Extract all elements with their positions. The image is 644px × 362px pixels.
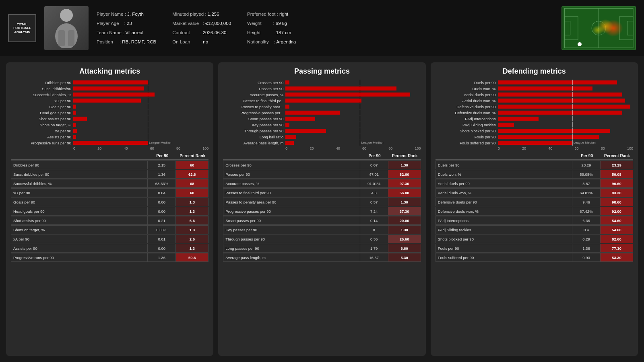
bar-row: xA per 90 <box>11 128 208 134</box>
median-line <box>360 140 360 146</box>
td-rank: 1.30 <box>388 161 421 169</box>
bar-area <box>73 86 208 90</box>
bar-row: Aerial duels per 90 <box>436 92 633 97</box>
td-per90: 6.36 <box>572 216 601 224</box>
axis-tick: 0 <box>285 146 287 150</box>
td-rank: 1.3 <box>176 226 208 234</box>
td-metric: Head goals per 90 <box>11 207 148 215</box>
table-row: Dribbles per 90 2.15 60 <box>11 160 208 169</box>
bar-label: Succ. dribbles/90 <box>11 86 73 91</box>
svg-point-0 <box>60 9 73 22</box>
axis-labels: 020406080100 <box>285 146 421 150</box>
td-metric: Defensive duels per 90 <box>436 198 572 206</box>
bar-row: PAdj Interceptions <box>436 116 633 121</box>
median-line <box>360 128 360 134</box>
bar-area <box>285 117 421 121</box>
axis-labels: 020406080100 <box>498 146 633 150</box>
td-rank: 1.3 <box>176 244 208 252</box>
median-line <box>572 122 573 128</box>
bar-fill <box>498 141 572 145</box>
td-metric: Dribbles per 90 <box>11 161 148 169</box>
bar-label: Dribbles per 90 <box>11 80 73 85</box>
bar-label: Crosses per 90 <box>223 80 285 85</box>
td-rank: 98.60 <box>601 198 633 206</box>
median-line <box>572 92 573 97</box>
axis-tick: 0 <box>498 146 500 150</box>
median-line <box>360 92 360 97</box>
td-metric: Progressive passes per 90 <box>223 207 360 215</box>
bar-label: xG per 90 <box>11 99 73 103</box>
bar-label: PAdj Sliding tackles <box>436 123 498 127</box>
bar-area <box>285 99 421 103</box>
median-line <box>360 98 360 103</box>
td-rank: 26.60 <box>388 235 421 243</box>
axis-tick: 80 <box>388 146 392 150</box>
bar-fill <box>498 135 599 139</box>
median-line <box>148 86 148 91</box>
median-line <box>360 122 360 128</box>
td-rank: 53.30 <box>601 253 633 261</box>
td-metric: Long passes per 90 <box>223 244 360 252</box>
bar-fill <box>498 93 622 97</box>
td-per90: 64.81% <box>572 189 601 197</box>
attacking-table: Per 90 Percent Rank Dribbles per 90 2.15… <box>11 154 208 351</box>
bar-label: Through passes per 90 <box>223 129 285 133</box>
td-rank: 60 <box>176 189 208 197</box>
axis-row: 020406080100 <box>223 146 421 150</box>
axis-tick: 100 <box>627 146 633 150</box>
bar-fill <box>285 135 296 139</box>
table-row: Shot assists per 90 0.21 6.6 <box>11 216 208 225</box>
bar-fill <box>73 80 148 84</box>
axis-tick: 40 <box>548 146 552 150</box>
bar-row: Defensive duels per 90 <box>436 104 633 109</box>
td-metric: Aerial duels won, % <box>436 189 572 197</box>
table-row: Assists per 90 0.00 1.3 <box>11 244 208 253</box>
attacking-th-per90: Per 90 <box>148 154 176 158</box>
td-per90: 0.57 <box>360 198 388 206</box>
table-row: Head goals per 90 0.00 1.3 <box>11 207 208 216</box>
attacking-title: Attacking metrics <box>11 67 208 76</box>
bar-fill <box>285 123 289 127</box>
table-row: PAdj Sliding tackles 0.4 54.60 <box>436 225 633 234</box>
bar-row: PAdj Sliding tackles <box>436 122 633 128</box>
td-metric: Shots blocked per 90 <box>436 235 572 243</box>
td-rank: 1.3 <box>176 207 208 215</box>
axis-tick: 20 <box>310 146 314 150</box>
bar-row: Smart passes per 90 <box>223 116 421 121</box>
bar-row: Long ball ratio <box>223 134 421 140</box>
axis-tick: 60 <box>574 146 578 150</box>
minutes-played: 1,256 <box>208 12 219 16</box>
table-row: Fouls per 90 1.36 77.30 <box>436 244 633 253</box>
passing-th-metric <box>223 154 360 158</box>
td-per90: 1.36 <box>572 244 601 252</box>
td-rank: 20.00 <box>388 216 421 224</box>
td-per90: 16.57 <box>360 253 388 261</box>
td-metric: Assists per 90 <box>11 244 148 252</box>
bar-area <box>73 123 208 127</box>
logo: TOTAL FOOTBALL ANALYSIS <box>8 14 36 42</box>
td-rank: 62.6 <box>176 170 208 178</box>
median-line <box>572 128 573 134</box>
td-per90: 0.07 <box>360 161 388 169</box>
median-line <box>360 86 360 91</box>
td-metric: Fouls suffered per 90 <box>436 253 572 261</box>
passing-table-header: Per 90 Percent Rank <box>223 154 421 160</box>
bar-fill <box>498 86 592 90</box>
bar-fill <box>498 99 625 103</box>
passing-panel: Passing metrics Crosses per 90 Passes pe… <box>218 62 425 356</box>
defending-table: Per 90 Percent Rank Duels per 90 23.29 2… <box>436 154 633 351</box>
axis-tick: 60 <box>150 146 154 150</box>
bar-area <box>73 117 208 121</box>
bar-row: Defensive duels won, % <box>436 110 633 115</box>
bar-label: Shots blocked per 90 <box>436 129 498 133</box>
bar-row: Aerial duels won, % <box>436 98 633 103</box>
player-age-row: Player Age : 23 <box>97 19 156 28</box>
bar-fill <box>498 111 622 115</box>
bar-area <box>285 111 421 115</box>
nationality: Argentina <box>276 39 296 44</box>
bar-label: Defensive duels won, % <box>436 111 498 115</box>
defending-table-rows: Duels per 90 23.29 23.29 Duels won, % 59… <box>436 160 633 262</box>
logo-line1: TOTAL <box>17 23 27 27</box>
table-row: Progressive runs per 90 1.36 50.6 <box>11 253 208 262</box>
td-per90: 63.33% <box>148 179 176 187</box>
